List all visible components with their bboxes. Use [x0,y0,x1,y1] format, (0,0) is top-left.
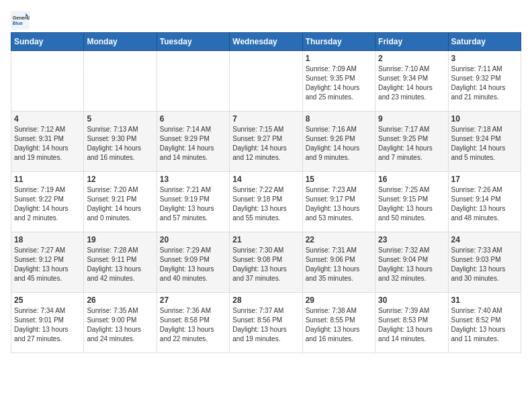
calendar-cell: 11Sunrise: 7:19 AM Sunset: 9:22 PM Dayli… [11,172,84,232]
calendar-cell: 15Sunrise: 7:23 AM Sunset: 9:17 PM Dayli… [302,172,375,232]
cell-content: Sunrise: 7:39 AM Sunset: 8:53 PM Dayligh… [378,306,445,344]
day-number: 19 [87,235,153,244]
calendar-cell: 8Sunrise: 7:16 AM Sunset: 9:26 PM Daylig… [302,111,375,172]
cell-content: Sunrise: 7:35 AM Sunset: 9:00 PM Dayligh… [87,306,153,344]
day-number: 3 [451,54,518,63]
svg-text:Blue: Blue [13,21,23,26]
calendar-cell: 13Sunrise: 7:21 AM Sunset: 9:19 PM Dayli… [157,172,229,232]
cell-content: Sunrise: 7:11 AM Sunset: 9:32 PM Dayligh… [451,64,518,102]
calendar-cell: 19Sunrise: 7:28 AM Sunset: 9:11 PM Dayli… [84,232,157,293]
calendar-cell: 29Sunrise: 7:38 AM Sunset: 8:55 PM Dayli… [302,293,375,353]
weekday-header: Monday [84,33,157,51]
day-number: 5 [87,114,153,124]
day-number: 8 [306,114,372,124]
day-number: 17 [451,175,518,184]
cell-content: Sunrise: 7:28 AM Sunset: 9:11 PM Dayligh… [87,246,153,283]
weekday-header: Saturday [448,33,521,51]
calendar-cell: 14Sunrise: 7:22 AM Sunset: 9:18 PM Dayli… [230,172,302,232]
calendar-week-row: 25Sunrise: 7:34 AM Sunset: 9:01 PM Dayli… [11,293,521,353]
calendar-cell: 1Sunrise: 7:09 AM Sunset: 9:35 PM Daylig… [302,51,375,111]
calendar-cell: 17Sunrise: 7:26 AM Sunset: 9:14 PM Dayli… [448,172,521,232]
calendar-cell: 21Sunrise: 7:30 AM Sunset: 9:08 PM Dayli… [230,232,302,293]
calendar-cell [84,51,157,111]
calendar-cell [11,51,84,111]
calendar-cell: 4Sunrise: 7:12 AM Sunset: 9:31 PM Daylig… [11,111,84,172]
day-number: 30 [378,295,445,305]
day-number: 26 [87,295,153,305]
calendar-cell: 5Sunrise: 7:13 AM Sunset: 9:30 PM Daylig… [84,111,157,172]
cell-content: Sunrise: 7:40 AM Sunset: 8:52 PM Dayligh… [451,306,518,344]
calendar-cell: 27Sunrise: 7:36 AM Sunset: 8:58 PM Dayli… [157,293,229,353]
calendar-cell: 22Sunrise: 7:31 AM Sunset: 9:06 PM Dayli… [302,232,375,293]
day-number: 16 [378,175,445,184]
cell-content: Sunrise: 7:38 AM Sunset: 8:55 PM Dayligh… [306,306,372,344]
cell-content: Sunrise: 7:32 AM Sunset: 9:04 PM Dayligh… [378,246,445,283]
day-number: 24 [451,235,518,244]
day-number: 6 [160,114,226,124]
calendar-cell [230,51,302,111]
weekday-header: Sunday [11,33,84,51]
day-number: 13 [160,175,226,184]
cell-content: Sunrise: 7:25 AM Sunset: 9:15 PM Dayligh… [378,185,445,223]
calendar-cell: 23Sunrise: 7:32 AM Sunset: 9:04 PM Dayli… [375,232,448,293]
day-number: 11 [14,175,81,184]
day-number: 9 [378,114,445,124]
calendar-week-row: 18Sunrise: 7:27 AM Sunset: 9:12 PM Dayli… [11,232,521,293]
day-number: 18 [14,235,81,244]
day-number: 22 [306,235,372,244]
cell-content: Sunrise: 7:09 AM Sunset: 9:35 PM Dayligh… [306,64,372,102]
calendar-cell: 6Sunrise: 7:14 AM Sunset: 9:29 PM Daylig… [157,111,229,172]
cell-content: Sunrise: 7:20 AM Sunset: 9:21 PM Dayligh… [87,185,153,223]
logo: General Blue [11,11,30,30]
calendar-week-row: 4Sunrise: 7:12 AM Sunset: 9:31 PM Daylig… [11,111,521,172]
day-number: 28 [232,295,299,305]
day-number: 4 [14,114,81,124]
calendar-cell: 2Sunrise: 7:10 AM Sunset: 9:34 PM Daylig… [375,51,448,111]
cell-content: Sunrise: 7:34 AM Sunset: 9:01 PM Dayligh… [14,306,81,344]
day-number: 21 [232,235,299,244]
cell-content: Sunrise: 7:30 AM Sunset: 9:08 PM Dayligh… [232,246,299,283]
cell-content: Sunrise: 7:33 AM Sunset: 9:03 PM Dayligh… [451,246,518,283]
header: General Blue [11,11,521,30]
cell-content: Sunrise: 7:29 AM Sunset: 9:09 PM Dayligh… [160,246,226,283]
cell-content: Sunrise: 7:37 AM Sunset: 8:56 PM Dayligh… [232,306,299,344]
weekday-header: Thursday [302,33,375,51]
cell-content: Sunrise: 7:36 AM Sunset: 8:58 PM Dayligh… [160,306,226,344]
calendar-cell: 26Sunrise: 7:35 AM Sunset: 9:00 PM Dayli… [84,293,157,353]
cell-content: Sunrise: 7:26 AM Sunset: 9:14 PM Dayligh… [451,185,518,223]
calendar-cell: 7Sunrise: 7:15 AM Sunset: 9:27 PM Daylig… [230,111,302,172]
day-number: 2 [378,54,445,63]
calendar-cell: 10Sunrise: 7:18 AM Sunset: 9:24 PM Dayli… [448,111,521,172]
day-number: 14 [232,175,299,184]
weekday-header: Tuesday [157,33,229,51]
calendar-week-row: 11Sunrise: 7:19 AM Sunset: 9:22 PM Dayli… [11,172,521,232]
cell-content: Sunrise: 7:31 AM Sunset: 9:06 PM Dayligh… [306,246,372,283]
day-number: 1 [306,54,372,63]
calendar-cell: 25Sunrise: 7:34 AM Sunset: 9:01 PM Dayli… [11,293,84,353]
logo-icon: General Blue [11,11,30,30]
cell-content: Sunrise: 7:18 AM Sunset: 9:24 PM Dayligh… [451,125,518,163]
calendar-cell: 12Sunrise: 7:20 AM Sunset: 9:21 PM Dayli… [84,172,157,232]
cell-content: Sunrise: 7:22 AM Sunset: 9:18 PM Dayligh… [232,185,299,223]
calendar-cell: 16Sunrise: 7:25 AM Sunset: 9:15 PM Dayli… [375,172,448,232]
cell-content: Sunrise: 7:14 AM Sunset: 9:29 PM Dayligh… [160,125,226,163]
cell-content: Sunrise: 7:15 AM Sunset: 9:27 PM Dayligh… [232,125,299,163]
calendar-cell: 24Sunrise: 7:33 AM Sunset: 9:03 PM Dayli… [448,232,521,293]
cell-content: Sunrise: 7:23 AM Sunset: 9:17 PM Dayligh… [306,185,372,223]
cell-content: Sunrise: 7:27 AM Sunset: 9:12 PM Dayligh… [14,246,81,283]
weekday-header-row: SundayMondayTuesdayWednesdayThursdayFrid… [11,33,521,51]
calendar-table: SundayMondayTuesdayWednesdayThursdayFrid… [11,32,521,353]
day-number: 27 [160,295,226,305]
day-number: 7 [232,114,299,124]
calendar-week-row: 1Sunrise: 7:09 AM Sunset: 9:35 PM Daylig… [11,51,521,111]
day-number: 25 [14,295,81,305]
day-number: 15 [306,175,372,184]
calendar-cell: 3Sunrise: 7:11 AM Sunset: 9:32 PM Daylig… [448,51,521,111]
day-number: 29 [306,295,372,305]
cell-content: Sunrise: 7:13 AM Sunset: 9:30 PM Dayligh… [87,125,153,163]
weekday-header: Wednesday [230,33,302,51]
calendar-cell: 9Sunrise: 7:17 AM Sunset: 9:25 PM Daylig… [375,111,448,172]
cell-content: Sunrise: 7:12 AM Sunset: 9:31 PM Dayligh… [14,125,81,163]
day-number: 20 [160,235,226,244]
cell-content: Sunrise: 7:21 AM Sunset: 9:19 PM Dayligh… [160,185,226,223]
